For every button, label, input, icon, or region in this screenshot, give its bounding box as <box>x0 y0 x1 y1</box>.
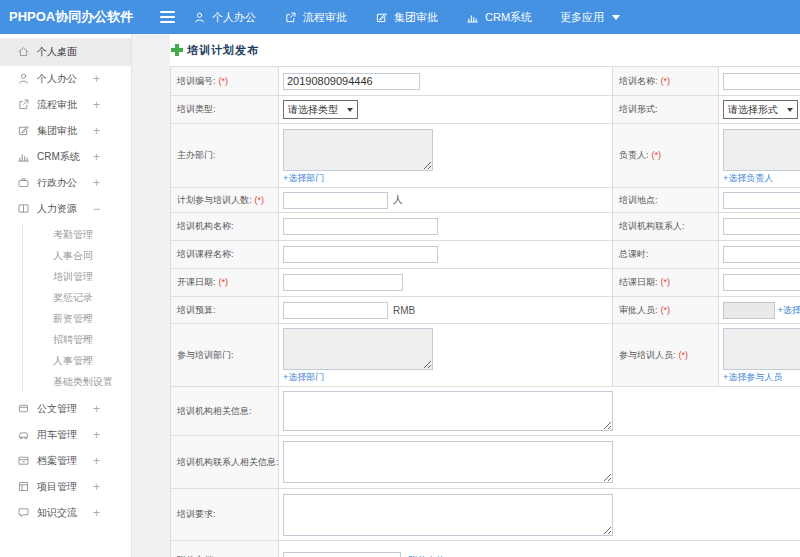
course-name-input[interactable] <box>283 246 438 263</box>
collapse-toggle[interactable]: − <box>93 196 100 222</box>
page-title: 培训计划发布 <box>187 43 259 58</box>
field-label-cell: 培训机构名称: <box>171 213 279 241</box>
expand-toggle[interactable]: + <box>93 422 100 448</box>
chat-icon <box>17 506 30 519</box>
sidebar-subitem-basic-category-settings[interactable]: 基础类别设置 + <box>23 371 131 392</box>
end-date-input[interactable] <box>723 274 800 291</box>
field-label: 总课时: <box>619 249 649 259</box>
budget-input[interactable] <box>283 302 388 319</box>
expand-toggle[interactable]: + <box>93 66 100 92</box>
org-info-textarea[interactable] <box>283 391 613 431</box>
sidebar-item-personal-desktop[interactable]: 个人桌面 <box>0 38 131 66</box>
expand-toggle[interactable]: + <box>93 500 100 526</box>
form-title-bar: 培训计划发布 <box>170 34 800 66</box>
sidebar-item-document-management[interactable]: 公文管理 + <box>0 396 131 422</box>
field-label-cell: 培训机构联系人: <box>613 213 719 241</box>
nav-label: 流程审批 <box>303 10 347 25</box>
hr-submenu: 考勤管理 人事合同 培训管理 奖惩记录 薪资管理 + 招聘管理 + 人事管理 + <box>22 224 131 392</box>
expand-toggle[interactable]: + <box>93 92 100 118</box>
sidebar-item-label: 个人办公 <box>37 73 77 84</box>
sidebar-item-label: 档案管理 <box>37 455 77 466</box>
sidebar-item-group-approval[interactable]: 集团审批 + <box>0 118 131 144</box>
top-navigation-bar: PHPOA协同办公软件 个人办公 流程审批 集团审批 CRM系统 更多应用 <box>0 0 800 34</box>
leader-textarea[interactable] <box>723 129 800 171</box>
sidebar-item-administrative-office[interactable]: 行政办公 + <box>0 170 131 196</box>
nav-label: 个人办公 <box>212 10 256 25</box>
sidebar-subitem-training-management[interactable]: 培训管理 <box>23 266 131 287</box>
training-requirements-textarea[interactable] <box>283 494 613 536</box>
select-approver-link[interactable]: +选择审批人员 <box>778 304 800 314</box>
expand-toggle[interactable]: + <box>93 170 100 196</box>
select-participating-departments-link[interactable]: +选择部门 <box>283 372 324 382</box>
select-participants-link[interactable]: +选择参与人员 <box>723 372 782 382</box>
caret-down-icon <box>787 108 793 112</box>
host-department-textarea[interactable] <box>283 129 433 171</box>
approver-input[interactable] <box>723 302 775 319</box>
start-date-input[interactable] <box>283 274 403 291</box>
sidebar-subitem-personnel-management[interactable]: 人事管理 + <box>23 350 131 371</box>
field-label: 培训机构联系人: <box>619 221 685 231</box>
training-number-input[interactable] <box>283 73 420 90</box>
expand-toggle[interactable]: + <box>93 448 100 474</box>
expand-toggle[interactable]: + <box>83 349 89 370</box>
sidebar-item-project-management[interactable]: 项目管理 + <box>0 474 131 500</box>
hamburger-menu-icon[interactable] <box>160 8 175 26</box>
training-name-input[interactable] <box>723 73 800 90</box>
nav-crm-system[interactable]: CRM系统 <box>466 10 532 25</box>
expand-toggle[interactable]: + <box>93 118 100 144</box>
training-form-select[interactable]: 请选择形式 <box>723 100 798 119</box>
org-contact-info-textarea[interactable] <box>283 441 613 483</box>
field-label-cell: 培训名称:(*) <box>613 67 719 96</box>
form-row: 培训编号:(*) 培训名称:(*) <box>171 67 800 96</box>
required-mark: (*) <box>661 277 671 287</box>
training-org-name-input[interactable] <box>283 218 438 235</box>
form-row: 计划参与培训人数:(*) 人 培训地点: <box>171 188 800 213</box>
participants-textarea[interactable] <box>723 328 800 370</box>
sidebar-item-crm-system[interactable]: CRM系统 + <box>0 144 131 170</box>
attachment-name-input[interactable] <box>283 552 401 557</box>
sidebar-subitem-salary-management[interactable]: 薪资管理 + <box>23 308 131 329</box>
select-department-link[interactable]: +选择部门 <box>283 173 324 183</box>
expand-toggle[interactable]: + <box>83 328 89 349</box>
expand-toggle[interactable]: + <box>83 307 89 328</box>
nav-workflow-approval[interactable]: 流程审批 <box>284 10 347 25</box>
required-mark: (*) <box>652 150 662 160</box>
nav-label: CRM系统 <box>485 10 532 25</box>
nav-personal-office[interactable]: 个人办公 <box>193 10 256 25</box>
sidebar-item-workflow-approval[interactable]: 流程审批 + <box>0 92 131 118</box>
planned-participants-input[interactable] <box>283 192 388 209</box>
sidebar: 个人桌面 个人办公 + 流程审批 + 集团审批 + CRM系统 + 行政办公 + <box>0 34 132 557</box>
sidebar-item-vehicle-management[interactable]: 用车管理 + <box>0 422 131 448</box>
field-label: 审批人员: <box>619 305 658 315</box>
form-row: 培训预算: RMB 审批人员:(*) +选择审批人员 <box>171 297 800 324</box>
field-label-cell: 开课日期:(*) <box>171 269 279 297</box>
training-location-input[interactable] <box>723 192 800 209</box>
sidebar-subitem-personnel-contract[interactable]: 人事合同 <box>23 245 131 266</box>
total-hours-input[interactable] <box>723 246 800 263</box>
sidebar-subitem-reward-punishment-records[interactable]: 奖惩记录 <box>23 287 131 308</box>
nav-more-apps[interactable]: 更多应用 <box>560 10 620 25</box>
sidebar-item-human-resources[interactable]: 人力资源 − <box>0 196 131 222</box>
sidebar-item-knowledge-exchange[interactable]: 知识交流 + <box>0 500 131 526</box>
field-label: 开课日期: <box>177 277 216 287</box>
sidebar-subitem-recruitment-management[interactable]: 招聘管理 + <box>23 329 131 350</box>
sidebar-item-personal-office[interactable]: 个人办公 + <box>0 66 131 92</box>
sidebar-subitem-attendance-management[interactable]: 考勤管理 <box>23 224 131 245</box>
expand-toggle[interactable]: + <box>83 370 89 391</box>
sidebar-subitem-label: 奖惩记录 <box>53 292 93 303</box>
field-label-cell: 培训要求: <box>171 489 279 541</box>
expand-toggle[interactable]: + <box>93 396 100 422</box>
expand-toggle[interactable]: + <box>93 474 100 500</box>
training-org-contact-input[interactable] <box>723 218 800 235</box>
required-mark: (*) <box>679 350 689 360</box>
select-leader-link[interactable]: +选择负责人 <box>723 173 773 183</box>
nav-group-approval[interactable]: 集团审批 <box>375 10 438 25</box>
sidebar-item-label: 人力资源 <box>37 203 77 214</box>
sidebar-item-label: 集团审批 <box>37 125 77 136</box>
participating-departments-textarea[interactable] <box>283 328 433 370</box>
expand-toggle[interactable]: + <box>93 144 100 170</box>
field-label: 培训预算: <box>177 305 216 315</box>
training-type-select[interactable]: 请选择类型 <box>283 100 358 119</box>
sidebar-item-archive-management[interactable]: 档案管理 + <box>0 448 131 474</box>
selected-option: 请选择类型 <box>288 103 338 117</box>
